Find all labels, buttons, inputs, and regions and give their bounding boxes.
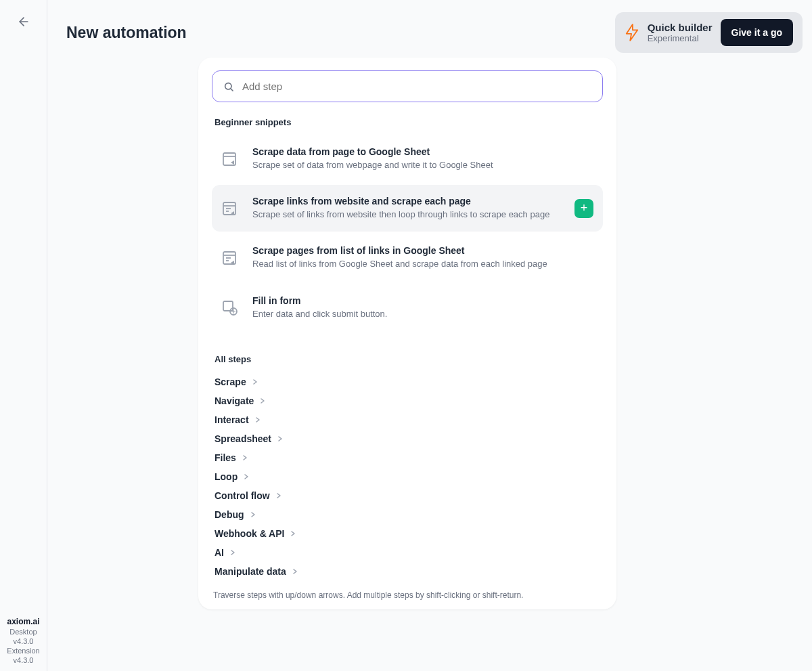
desktop-label: Desktop: [1, 628, 45, 636]
category-item[interactable]: Interact: [212, 410, 603, 429]
category-label: Files: [215, 452, 236, 463]
snippet-scrape-links[interactable]: Scrape links from website and scrape eac…: [212, 185, 603, 232]
category-label: Debug: [215, 509, 244, 520]
category-item[interactable]: AI: [212, 543, 603, 562]
search-input-box[interactable]: [212, 70, 603, 102]
category-label: Manipulate data: [215, 566, 286, 577]
category-label: Spreadsheet: [215, 433, 271, 444]
snippet-title: Scrape pages from list of links in Googl…: [252, 245, 593, 256]
category-item[interactable]: Scrape: [212, 372, 603, 391]
chevron-right-icon: [229, 549, 236, 556]
snippet-title: Scrape links from website and scrape eac…: [252, 196, 560, 207]
main-panel: Beginner snippets Scrape data from page …: [198, 58, 616, 609]
chevron-right-icon: [250, 511, 256, 518]
chevron-right-icon: [254, 416, 261, 423]
quick-builder-subtitle: Experimental: [648, 33, 713, 43]
lightning-icon: [625, 23, 639, 42]
category-list: ScrapeNavigateInteractSpreadsheetFilesLo…: [212, 372, 603, 580]
header: New automation Quick builder Experimenta…: [66, 12, 803, 53]
back-button[interactable]: [0, 0, 47, 43]
search-icon: [223, 81, 234, 92]
snippet-desc: Read list of links from Google Sheet and…: [252, 258, 593, 270]
category-item[interactable]: Navigate: [212, 391, 603, 410]
snippet-desc: Scrape set of links from website then lo…: [252, 209, 560, 221]
category-label: Webhook & API: [215, 528, 284, 539]
form-icon: [221, 299, 238, 316]
category-label: Scrape: [215, 376, 246, 387]
chevron-right-icon: [290, 530, 296, 537]
chevron-right-icon: [275, 492, 282, 499]
extension-label: Extension: [1, 647, 45, 655]
chevron-right-icon: [259, 397, 266, 404]
sidebar: axiom.ai Desktop v4.3.0 Extension v4.3.0: [0, 0, 47, 671]
arrow-left-icon: [17, 15, 30, 28]
section-beginner-snippets: Beginner snippets: [215, 117, 603, 127]
category-item[interactable]: Control flow: [212, 486, 603, 505]
snippet-title: Scrape data from page to Google Sheet: [252, 146, 593, 157]
snippet-desc: Scrape set of data from webpage and writ…: [252, 159, 593, 171]
chevron-right-icon: [292, 568, 298, 575]
category-label: Navigate: [215, 395, 254, 406]
brand-label: axiom.ai: [1, 617, 45, 626]
add-step-button[interactable]: +: [574, 199, 593, 218]
snippet-fill-form[interactable]: Fill in form Enter data and click submit…: [212, 284, 603, 331]
chevron-right-icon: [277, 435, 284, 442]
svg-marker-1: [626, 24, 637, 41]
category-label: Control flow: [215, 490, 270, 501]
category-item[interactable]: Loop: [212, 467, 603, 486]
search-input[interactable]: [242, 81, 591, 92]
page-icon: [221, 151, 238, 167]
quick-builder-box: Quick builder Experimental Give it a go: [615, 12, 803, 53]
svg-line-3: [231, 89, 233, 91]
page-list-icon: [221, 250, 238, 266]
page-title: New automation: [66, 24, 187, 42]
extension-version: v4.3.0: [1, 656, 45, 664]
category-label: AI: [215, 547, 224, 558]
snippet-desc: Enter data and click submit button.: [252, 308, 593, 320]
chevron-right-icon: [252, 378, 258, 385]
desktop-version: v4.3.0: [1, 637, 45, 645]
footer-hint: Traverse steps with up/down arrows. Add …: [198, 580, 616, 609]
category-item[interactable]: Manipulate data: [212, 562, 603, 580]
category-label: Interact: [215, 414, 249, 425]
give-it-a-go-button[interactable]: Give it a go: [721, 19, 793, 46]
snippet-title: Fill in form: [252, 295, 593, 306]
section-all-steps: All steps: [215, 354, 603, 364]
chevron-right-icon: [243, 473, 250, 480]
snippet-scrape-from-sheet[interactable]: Scrape pages from list of links in Googl…: [212, 234, 603, 281]
category-item[interactable]: Files: [212, 448, 603, 467]
category-item[interactable]: Webhook & API: [212, 524, 603, 543]
chevron-right-icon: [242, 454, 248, 461]
category-item[interactable]: Spreadsheet: [212, 429, 603, 448]
page-list-icon: [221, 200, 238, 217]
sidebar-footer: axiom.ai Desktop v4.3.0 Extension v4.3.0: [0, 610, 47, 671]
category-item[interactable]: Debug: [212, 505, 603, 524]
snippet-scrape-to-sheet[interactable]: Scrape data from page to Google Sheet Sc…: [212, 135, 603, 182]
category-label: Loop: [215, 471, 238, 482]
quick-builder-title: Quick builder: [648, 22, 713, 33]
